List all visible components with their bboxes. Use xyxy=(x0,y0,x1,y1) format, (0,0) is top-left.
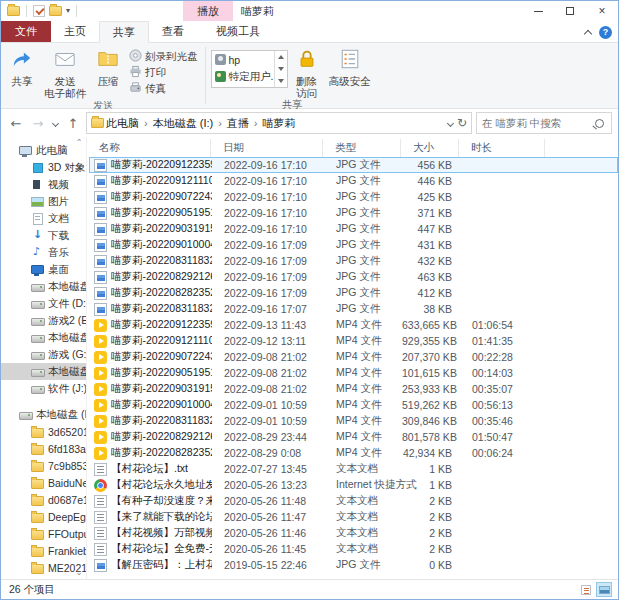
sidebar-item-drive[interactable]: 软件 (J:) xyxy=(1,380,86,397)
sidebar-item-drive[interactable]: 游戏 (G:) xyxy=(1,346,86,363)
breadcrumb-separator[interactable]: › xyxy=(141,117,151,129)
address-dropdown-icon[interactable] xyxy=(447,119,454,126)
sidebar-item-folder[interactable]: BaiduNetdi xyxy=(1,474,86,491)
fax-button[interactable]: 传真 xyxy=(127,81,200,96)
table-row[interactable]: 喵萝莉-2022082921263...2022-09-16 17:09JPG … xyxy=(89,269,618,285)
gallery-scroll-down[interactable] xyxy=(275,63,287,75)
sidebar-item-folder[interactable]: 6fd183a818 xyxy=(1,440,86,457)
tab-file[interactable]: 文件 xyxy=(1,21,51,42)
breadcrumb-segment[interactable]: 直播 xyxy=(227,116,249,131)
sidebar-item-computer[interactable]: 此电脑 xyxy=(1,142,86,159)
sidebar-item-drive[interactable]: 本地磁盘 (F: xyxy=(1,329,86,346)
address-box[interactable]: 此电脑›本地磁盘 (I:)›直播›喵萝莉 ↻ xyxy=(86,112,472,134)
sidebar-item-folder[interactable]: d0687e1c9 xyxy=(1,491,86,508)
tab-view[interactable]: 查看 xyxy=(149,21,197,42)
properties-icon[interactable] xyxy=(33,5,45,17)
back-button[interactable]: ← xyxy=(7,116,25,131)
table-row[interactable]: 【村花论坛】.txt2022-07-27 13:45文本文档1 KB xyxy=(89,461,618,477)
table-row[interactable]: 喵萝莉-2022091211103...2022-09-16 17:10JPG … xyxy=(89,173,618,189)
breadcrumb-separator[interactable]: › xyxy=(251,117,261,129)
close-button[interactable]: × xyxy=(586,1,618,21)
remove-access-button[interactable]: 删除 访问 xyxy=(290,45,324,99)
sidebar-item-folder[interactable]: DeepEggs xyxy=(1,508,86,525)
table-row[interactable]: 喵萝莉-2022083118322...2022-09-01 10:59MP4 … xyxy=(89,413,618,429)
share-button[interactable]: 共享 xyxy=(5,45,39,87)
search-icon[interactable] xyxy=(595,119,604,128)
sidebar-item-video[interactable]: 视频 xyxy=(1,176,86,193)
table-row[interactable]: 【来了就能下载的论坛...2020-05-26 11:47文本文档2 KB xyxy=(89,509,618,525)
breadcrumb-segment[interactable]: 喵萝莉 xyxy=(263,116,296,131)
column-header-duration[interactable]: 时长 xyxy=(459,139,545,157)
column-header-date[interactable]: 日期 xyxy=(211,139,323,157)
minimize-button[interactable] xyxy=(522,1,554,21)
sidebar-item-downloads[interactable]: 下载 xyxy=(1,227,86,244)
help-icon[interactable]: ? xyxy=(599,26,612,39)
table-row[interactable]: 【村花论坛】全免费-无...2020-05-26 11:45文本文档2 KB xyxy=(89,541,618,557)
thumbnail-view-button[interactable] xyxy=(596,582,612,597)
sidebar-item-folder[interactable]: 7c9b8532a xyxy=(1,457,86,474)
print-button[interactable]: 打印 xyxy=(127,65,200,80)
search-box[interactable] xyxy=(476,112,612,134)
sidebar-item-documents[interactable]: 文档 xyxy=(1,210,86,227)
table-row[interactable]: 喵萝莉-2022090519514...2022-09-08 21:02MP4 … xyxy=(89,365,618,381)
table-row[interactable]: 【村花论坛永久地址发...2020-05-26 13:23Internet 快捷… xyxy=(89,477,618,493)
table-row[interactable]: 喵萝莉-2022090100045...2022-09-01 10:59MP4 … xyxy=(89,397,618,413)
tab-video-tools[interactable]: 视频工具 xyxy=(203,21,273,42)
table-row[interactable]: 喵萝莉-2022090100045...2022-09-16 17:09JPG … xyxy=(89,237,618,253)
sidebar-item-music[interactable]: 音乐 xyxy=(1,244,86,261)
sidebar-item-folder[interactable]: ME2021010 xyxy=(1,559,86,576)
table-row[interactable]: 喵萝莉-2022083118322...2022-09-16 17:07JPG … xyxy=(89,301,618,317)
column-header-name[interactable]: 名称 xyxy=(89,139,211,157)
recent-locations-dropdown-icon[interactable] xyxy=(52,119,59,126)
sidebar-item-drive[interactable]: 文件 (D:) xyxy=(1,295,86,312)
table-row[interactable]: 喵萝莉-2022090722431...2022-09-16 17:10JPG … xyxy=(89,189,618,205)
details-view-button[interactable] xyxy=(578,582,594,597)
zip-button[interactable]: 压缩 xyxy=(91,45,125,87)
forward-button[interactable]: → xyxy=(29,116,47,131)
collapse-ribbon-icon[interactable] xyxy=(584,29,592,37)
breadcrumb-separator[interactable]: › xyxy=(215,117,225,129)
table-row[interactable]: 【解压密码】：上村花...2019-05-15 22:46JPG 文件0 KB xyxy=(89,557,618,573)
sidebar-item-folder[interactable]: Frankiebun xyxy=(1,542,86,559)
sidebar-item-drive[interactable]: 游戏2 (E:) xyxy=(1,312,86,329)
table-row[interactable]: 喵萝莉-2022091223595...2022-09-16 17:10JPG … xyxy=(89,157,618,173)
burn-disc-button[interactable]: 刻录到光盘 xyxy=(127,49,200,64)
gallery-scroll-up[interactable] xyxy=(275,51,287,63)
gallery-more-button[interactable] xyxy=(275,75,287,87)
up-button[interactable]: ↑ xyxy=(64,116,82,131)
column-header-size[interactable]: 大小 xyxy=(401,139,459,157)
sidebar-item-folder[interactable]: 3d65201cf4 xyxy=(1,423,86,440)
search-input[interactable] xyxy=(477,117,595,129)
table-row[interactable]: 喵萝莉-2022090319153...2022-09-08 21:02MP4 … xyxy=(89,381,618,397)
sidebar-item-drive[interactable]: 本地磁盘 (C xyxy=(1,278,86,295)
email-button[interactable]: 发送 电子邮件 xyxy=(39,45,91,99)
context-tab-play[interactable]: 播放 xyxy=(183,1,233,21)
advanced-security-button[interactable]: 高级安全 xyxy=(324,45,376,87)
sidebar-scroll-up-icon[interactable]: ⌃ xyxy=(75,139,83,147)
table-row[interactable]: 喵萝莉-2022082823520...2022-08-29 0:08MP4 文… xyxy=(89,445,618,461)
refresh-icon[interactable]: ↻ xyxy=(457,116,467,130)
breadcrumb-segment[interactable]: 此电脑 xyxy=(106,116,139,131)
share-with-specific-users[interactable]: 特定用户... xyxy=(212,68,274,85)
sidebar-item-drive[interactable]: 本地磁盘 (I:) xyxy=(1,406,86,423)
share-with-user-hp[interactable]: hp xyxy=(212,51,274,68)
breadcrumb-segment[interactable]: 本地磁盘 (I:) xyxy=(153,116,214,131)
sidebar-item-cube[interactable]: 3D 对象 xyxy=(1,159,86,176)
table-row[interactable]: 喵萝莉-2022090519514...2022-09-16 17:10JPG … xyxy=(89,205,618,221)
sidebar-scroll-down-icon[interactable]: ⌄ xyxy=(75,569,83,577)
tab-home[interactable]: 主页 xyxy=(51,21,99,42)
sidebar-item-pictures[interactable]: 图片 xyxy=(1,193,86,210)
column-header-type[interactable]: 类型 xyxy=(323,139,401,157)
table-row[interactable]: 喵萝莉-2022091223595...2022-09-13 11:43MP4 … xyxy=(89,317,618,333)
table-row[interactable]: 喵萝莉-2022083118322...2022-09-16 17:09JPG … xyxy=(89,253,618,269)
new-folder-icon[interactable] xyxy=(49,6,62,16)
table-row[interactable]: 喵萝莉-2022082823520...2022-09-16 17:09JPG … xyxy=(89,285,618,301)
table-row[interactable]: 喵萝莉-2022091211103...2022-09-12 13:11MP4 … xyxy=(89,333,618,349)
customize-qat-dropdown-icon[interactable]: ▾ xyxy=(66,7,70,15)
sidebar-item-desktop[interactable]: 桌面 xyxy=(1,261,86,278)
table-row[interactable]: 【村花视频】万部视频...2020-05-26 11:46文本文档2 KB xyxy=(89,525,618,541)
sidebar-item-folder[interactable]: FFOutput xyxy=(1,525,86,542)
table-row[interactable]: 【有种子却没速度？来...2020-05-26 11:48文本文档2 KB xyxy=(89,493,618,509)
table-row[interactable]: 喵萝莉-2022090319153...2022-09-16 17:10JPG … xyxy=(89,221,618,237)
table-row[interactable]: 喵萝莉-2022082921263...2022-08-29 23:44MP4 … xyxy=(89,429,618,445)
